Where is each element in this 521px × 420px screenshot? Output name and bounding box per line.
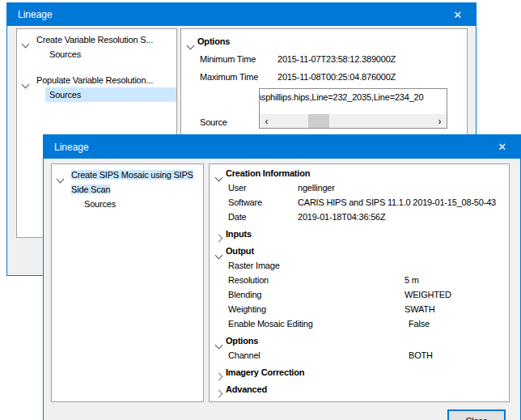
tree-item-label: Sources [84,199,116,209]
property-label: Weighting [228,302,266,316]
property-value: False [409,316,430,331]
tree-item-label: Populate Variable Resolution... [36,75,153,85]
section-header-output[interactable]: Output [210,244,509,258]
section-title: Options [197,36,230,46]
property-label: Resolution [228,273,269,287]
property-label: Channel [228,348,260,363]
lineage-dialog-front: Lineage ✕ Create SIPS Mosaic using SIPS … [43,134,521,420]
tree-item-label: Sources [49,49,81,59]
property-row: Maximum Time 2015-11-08T00:25:04.876000Z [181,70,467,84]
property-label: Date [228,210,246,224]
section-title: Inputs [226,229,252,239]
close-icon[interactable]: ✕ [439,3,476,26]
property-row: Userngellinger [210,180,509,195]
property-row: Date2019-01-18T04:36:56Z [210,210,509,224]
property-value: 2019-01-18T04:36:56Z [298,210,386,224]
section-header-options[interactable]: Options [181,34,467,49]
tree-item-populate-variable-resolution[interactable]: Populate Variable Resolution... [17,73,176,87]
section-header-options[interactable]: Options [210,333,509,348]
property-row: ChannelBOTH [210,348,509,363]
property-row: Resolution5 m [210,273,509,287]
window-title: Lineage [54,142,89,153]
property-value: 2015-11-07T23:58:12.389000Z [277,52,396,66]
section-header-advanced[interactable]: Advanced [210,382,509,397]
property-label: Raster Image [228,258,280,273]
scrollbar-track[interactable] [273,114,433,128]
titlebar-front[interactable]: Lineage ✕ [44,135,520,159]
source-label: Source [181,116,259,129]
close-icon[interactable]: ✕ [484,135,520,159]
chevron-down-icon[interactable] [23,36,28,51]
property-row: Raster Image [210,258,509,273]
source-field[interactable]: \sphillips.hips,Line=232_2035,Line=234_2… [259,88,447,129]
property-label: User [228,180,246,195]
property-label: Enable Mosaic Editing [228,316,313,331]
property-value: BOTH [409,348,433,363]
section-header-imagery-correction[interactable]: Imagery Correction [210,365,509,380]
close-button[interactable]: Close [447,409,506,420]
window-title: Lineage [18,9,53,20]
chevron-right-icon [216,386,222,401]
section-header-creation-information[interactable]: Creation Information [210,166,509,180]
property-row: SoftwareCARIS HIPS and SIPS 11.1.0 2019-… [210,195,509,210]
property-value: SWATH [405,302,435,316]
property-row: Enable Mosaic EditingFalse [210,316,509,331]
tree-item-label: Create SIPS Mosaic using SIPS Side Scan [71,170,193,194]
horizontal-scrollbar[interactable]: ‹ › [260,114,447,128]
chevron-down-icon[interactable] [23,77,28,91]
source-field-text: \sphillips.hips,Line=232_2035,Line=234_2… [260,89,447,102]
property-row: Minimum Time 2015-11-07T23:58:12.389000Z [181,52,467,66]
property-label: Maximum Time [200,70,258,84]
property-value: 5 m [405,273,419,287]
property-row: WeightingSWATH [210,302,509,316]
property-value: CARIS HIPS and SIPS 11.1.0 2019-01-15_08… [298,195,496,210]
scroll-right-icon[interactable]: › [433,114,447,128]
chevron-down-icon [188,38,193,53]
tree-item-sources[interactable]: Sources [80,197,203,211]
section-title: Creation Information [226,168,310,178]
property-value: ngellinger [298,180,335,195]
source-row: Source \sphillips.hips,Line=232_2035,Lin… [181,88,467,129]
titlebar-back[interactable]: Lineage ✕ [7,3,476,26]
section-header-inputs[interactable]: Inputs [210,227,509,241]
section-title: Advanced [226,384,267,394]
property-label: Software [228,195,262,210]
property-value: 2015-11-08T00:25:04.876000Z [277,70,396,84]
chevron-down-icon[interactable] [57,172,63,186]
scroll-left-icon[interactable]: ‹ [260,114,273,128]
property-label: Blending [228,287,261,302]
tree-item-sources[interactable]: Sources [45,47,176,62]
tree-item-sources[interactable]: Sources [45,87,176,102]
property-row: BlendingWEIGHTED [210,287,509,302]
lineage-tree-panel-front: Create SIPS Mosaic using SIPS Side ScanS… [51,163,204,402]
scrollbar-thumb[interactable] [308,114,329,128]
tree-item-create-sips-mosaic-using-sips-side-scan[interactable]: Create SIPS Mosaic using SIPS Side Scan [52,168,203,197]
tree-item-label: Sources [49,90,81,100]
tree-item-label: Create Variable Resolution S... [36,35,153,45]
section-title: Imagery Correction [226,367,304,377]
section-title: Output [226,246,254,256]
section-title: Options [226,336,258,346]
property-value: WEIGHTED [405,287,451,302]
properties-panel-front: Creation InformationUserngellingerSoftwa… [209,163,510,402]
property-label: Minimum Time [200,52,256,66]
tree-item-create-variable-resolution-s[interactable]: Create Variable Resolution S... [17,32,176,47]
